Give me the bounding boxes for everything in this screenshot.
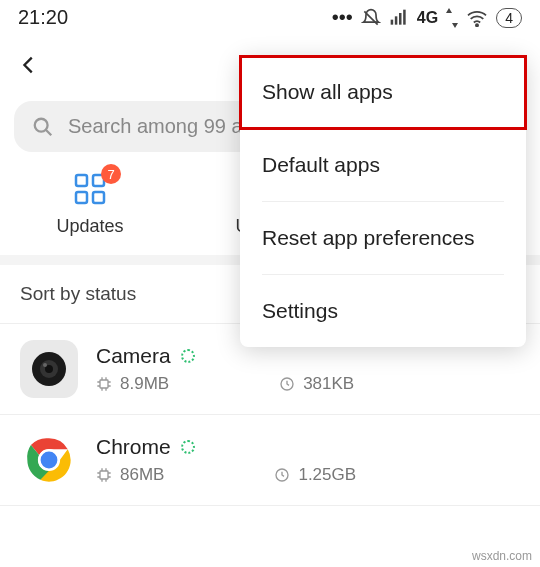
battery-icon: 4 [496,8,522,28]
app-name: Camera [96,344,171,368]
list-item[interactable]: Chrome 86MB 1.25GB [0,415,540,506]
sort-label: Sort by status [20,283,136,304]
chip-icon [96,467,112,483]
running-indicator-icon [181,440,195,454]
clock-icon [279,376,295,392]
search-placeholder: Search among 99 ap [68,115,254,138]
overflow-menu: Show all apps Default apps Reset app pre… [240,56,526,347]
more-icon: ••• [332,6,353,29]
app-list: Camera 8.9MB 381KB [0,324,540,506]
search-icon [32,116,54,138]
svg-rect-15 [100,380,108,388]
bell-off-icon [361,8,381,28]
wifi-icon [466,9,488,27]
svg-point-5 [35,118,48,131]
status-right: ••• 4G 4 [332,6,522,29]
clock: 21:20 [18,6,68,29]
svg-rect-8 [93,192,104,203]
app-size: 86MB [96,465,164,485]
chip-icon [96,376,112,392]
updates-badge: 7 [101,164,121,184]
running-indicator-icon [181,349,195,363]
clock-icon [274,467,290,483]
menu-show-all-apps[interactable]: Show all apps [240,56,526,129]
watermark: wsxdn.com [472,549,532,563]
network-label: 4G [417,9,438,27]
signal-icon [389,8,409,28]
svg-point-4 [476,24,478,26]
updown-icon [446,8,458,28]
camera-app-icon [20,340,78,398]
menu-default-apps[interactable]: Default apps [262,129,504,202]
svg-point-14 [43,363,47,367]
menu-settings[interactable]: Settings [262,275,504,347]
menu-reset-app-preferences[interactable]: Reset app preferences [262,202,504,275]
svg-rect-0 [391,19,394,24]
svg-rect-2 [399,13,402,25]
app-name: Chrome [96,435,171,459]
svg-rect-7 [76,192,87,203]
app-size: 8.9MB [96,374,169,394]
svg-rect-6 [76,175,87,186]
svg-rect-1 [395,16,398,24]
updates-label: Updates [56,216,123,237]
svg-rect-20 [100,471,108,479]
app-storage: 381KB [279,374,354,394]
app-storage: 1.25GB [274,465,356,485]
status-bar: 21:20 ••• 4G 4 [0,0,540,33]
svg-rect-3 [403,9,406,24]
chrome-app-icon [20,431,78,489]
updates-button[interactable]: 7 Updates [0,172,180,237]
